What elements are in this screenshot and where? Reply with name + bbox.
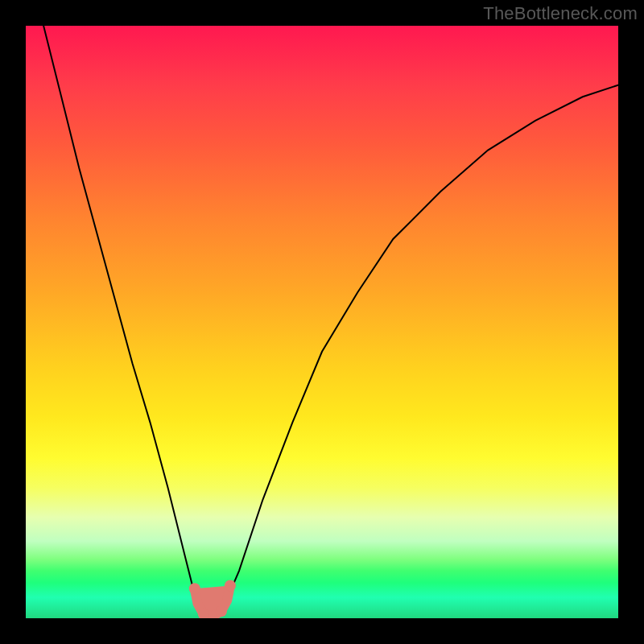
svg-point-3 [225, 580, 236, 592]
bottom-cluster-marker [189, 580, 236, 619]
svg-point-0 [189, 583, 200, 594]
chart-frame: TheBottleneck.com [0, 0, 644, 644]
plot-area [26, 26, 618, 618]
chart-svg [26, 26, 618, 618]
watermark-text: TheBottleneck.com [483, 3, 638, 24]
svg-point-2 [216, 605, 227, 617]
bottleneck-curve [43, 26, 618, 618]
